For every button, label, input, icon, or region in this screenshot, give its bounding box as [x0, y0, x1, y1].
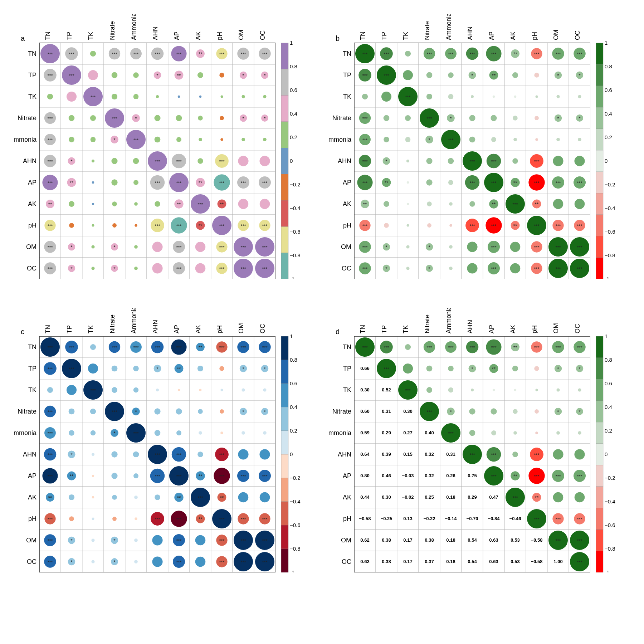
legend-tick: 0.2	[290, 428, 297, 434]
corr-circle	[448, 72, 454, 78]
col-label: TP	[381, 325, 388, 333]
svg-rect-11	[596, 43, 603, 64]
col-label: AHN	[152, 320, 159, 333]
corr-matrix: cTNTPTKNitrateAmmoniaAHNAPAKpHOMOCTNTPTK…	[14, 308, 275, 572]
corr-circle	[154, 115, 160, 121]
sig-stars: ***	[219, 474, 224, 479]
corr-circle	[556, 431, 560, 435]
sig-stars: ***	[240, 345, 246, 350]
col-label: Ammonia	[445, 14, 452, 40]
sig-stars: ***	[426, 345, 432, 350]
sig-stars: ***	[577, 52, 582, 57]
legend-tick: 0.4	[605, 111, 612, 117]
col-label: pH	[531, 32, 538, 40]
corr-circle	[154, 408, 160, 414]
sig-stars: *	[428, 266, 430, 272]
corr-circle	[195, 535, 206, 546]
sig-stars: ***	[197, 495, 203, 501]
sig-stars: ***	[362, 159, 367, 164]
corr-value: 0.18	[446, 559, 455, 564]
row-label: Nitrate	[18, 408, 36, 415]
row-label: TN	[343, 343, 351, 351]
row-label: TP	[28, 72, 36, 79]
corr-circle	[91, 560, 94, 563]
col-label: AK	[509, 325, 517, 333]
corr-circle	[259, 156, 270, 166]
panel-c: cTNTPTKNitrateAmmoniaAHNAPAKpHOMOCTNTPTK…	[14, 308, 308, 572]
corr-value: 0.53	[511, 559, 519, 564]
sig-stars: ***	[469, 452, 475, 458]
sig-stars: ***	[491, 345, 496, 350]
sig-stars: *	[557, 366, 559, 372]
sig-stars: ***	[555, 180, 561, 186]
sig-stars: ***	[133, 137, 138, 143]
sig-stars: ***	[262, 180, 267, 186]
corr-circle	[514, 96, 516, 98]
corr-circle	[426, 179, 432, 185]
svg-rect-4	[281, 122, 288, 148]
col-label: OC	[259, 324, 266, 333]
corr-value: 0.37	[425, 559, 434, 564]
corr-circle	[406, 267, 409, 270]
sig-stars: *	[264, 409, 266, 415]
corr-circle	[553, 492, 564, 503]
sig-stars: ***	[240, 180, 246, 186]
corr-circle	[178, 389, 180, 391]
sig-stars: ***	[112, 52, 117, 57]
corr-circle	[90, 409, 96, 414]
legend-tick: 0.8	[290, 63, 297, 69]
sig-stars: **	[492, 366, 496, 372]
sig-stars: **	[513, 473, 517, 479]
legend-tick: −0.2	[605, 475, 615, 481]
sig-stars: *	[70, 538, 73, 543]
corr-value: 0.29	[468, 494, 477, 500]
corr-circle	[220, 138, 223, 141]
svg-rect-27	[281, 431, 288, 454]
sig-stars: **	[220, 495, 224, 501]
corr-circle	[574, 156, 585, 166]
svg-rect-21	[596, 258, 603, 279]
corr-circle	[176, 137, 181, 142]
col-label: TK	[87, 325, 94, 333]
sig-stars: ***	[555, 245, 561, 250]
col-label: OC	[574, 30, 581, 40]
corr-circle	[512, 158, 518, 164]
corr-value: 0.32	[425, 473, 434, 478]
corr-circle	[241, 138, 245, 141]
sig-stars: ***	[577, 245, 582, 250]
sig-stars: **	[199, 516, 203, 522]
corr-circle	[199, 389, 201, 391]
legend-tick: 0.8	[605, 357, 612, 363]
corr-value: 0.75	[468, 473, 477, 478]
corr-circle	[69, 137, 74, 142]
corr-circle	[263, 95, 266, 98]
corr-circle	[238, 492, 249, 503]
svg-rect-9	[281, 253, 288, 279]
sig-stars: *	[70, 559, 73, 565]
sig-stars: **	[70, 473, 74, 479]
corr-circle	[491, 115, 497, 121]
legend-tick: 1	[290, 40, 293, 46]
corr-value: −0.58	[531, 559, 543, 564]
corr-circle	[241, 95, 245, 98]
sig-stars: ***	[448, 137, 453, 143]
corr-value: 0.62	[360, 559, 369, 564]
sig-stars: ***	[219, 180, 224, 186]
sig-stars: ***	[512, 495, 518, 501]
corr-value: 0.52	[382, 387, 391, 392]
corr-circle	[92, 224, 94, 226]
svg-rect-30	[281, 502, 288, 525]
svg-rect-25	[281, 384, 288, 407]
legend-tick: 0.8	[290, 357, 297, 363]
corr-circle	[91, 267, 94, 270]
corr-circle	[510, 242, 521, 252]
corr-circle	[403, 364, 413, 374]
row-label: OM	[26, 537, 36, 544]
corr-circle	[493, 389, 495, 391]
sig-stars: ***	[577, 223, 582, 229]
sig-stars: ***	[155, 180, 160, 186]
corr-circle	[199, 96, 201, 98]
legend-tick: −0.2	[605, 181, 615, 187]
sig-stars: ***	[469, 52, 475, 57]
sig-stars: ***	[69, 345, 74, 350]
